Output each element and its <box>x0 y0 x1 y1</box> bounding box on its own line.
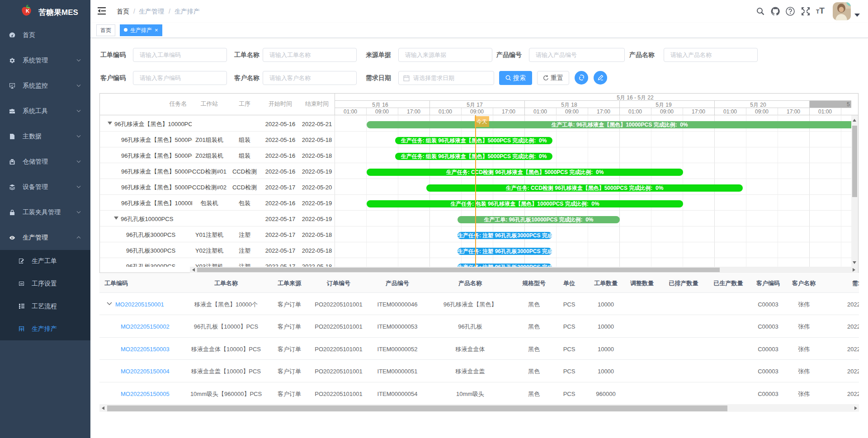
svg-text:K: K <box>26 8 29 14</box>
